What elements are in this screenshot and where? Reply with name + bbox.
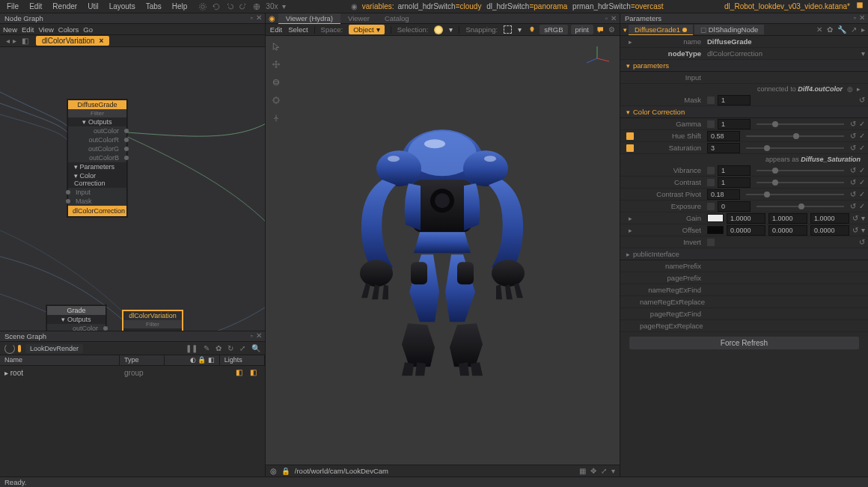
sg-location[interactable]: LookDevRender [25,344,83,353]
globe-icon[interactable] [252,2,261,11]
panel-undock-icon[interactable]: ▫ [250,13,252,22]
panel-close-icon[interactable]: ✕ [256,13,262,22]
input-gain-b[interactable] [810,213,849,224]
reset-icon[interactable]: ↺ [850,166,856,174]
slider-gamma[interactable] [757,123,844,125]
port-outcolorB[interactable]: outColorB [68,153,126,162]
tab-catalog[interactable]: Catalog [377,13,417,23]
mask-chip-icon[interactable] [707,97,715,104]
sg-col-type[interactable]: Type [120,355,165,365]
sg-lock-icon[interactable]: 🔒 [198,356,206,364]
menu-help[interactable]: Help [168,1,192,12]
viewer-grid-icon[interactable]: ▦ [579,467,586,475]
viewer-menu-select[interactable]: Select [288,25,308,34]
param-close-tab-icon[interactable]: ✕ [816,25,822,34]
viewer-selection-dd[interactable]: ▾ [449,25,453,34]
connection-dot-icon[interactable]: ◎ [847,85,853,93]
ng-menu-new[interactable]: New [3,25,17,34]
slider-contrast[interactable] [757,182,844,183]
viewer-snap-box-icon[interactable] [504,25,512,34]
ng-menu-view[interactable]: View [38,25,53,34]
key-chip-icon[interactable] [626,144,634,152]
gear-icon[interactable] [198,2,207,11]
panel-close-icon[interactable]: ✕ [611,14,617,22]
keyframe-icon[interactable]: ✓ [859,144,865,152]
input-hue[interactable] [707,131,740,141]
reset-icon[interactable]: ↺ [850,190,856,198]
reset-icon[interactable]: ↺ [852,226,858,234]
chip-icon[interactable] [707,167,715,174]
sg-gear-icon[interactable]: ✿ [216,344,221,352]
slider-saturation[interactable] [746,147,844,149]
input-saturation[interactable] [707,143,740,153]
input-gain-r[interactable] [727,213,765,224]
panel-undock-icon[interactable]: ▫ [854,13,856,22]
node-diffusegrade-header[interactable]: DiffuseGrade [68,100,126,109]
panel-undock-icon[interactable]: ▫ [250,331,252,340]
reset-icon[interactable]: ↺ [850,132,856,140]
node-grade-small-head[interactable]: Grade [47,306,106,315]
menu-layouts[interactable]: Layouts [106,1,139,12]
viewer-print-dd[interactable]: print [571,25,593,34]
node-dlcolorvariation-head[interactable]: dlColorVariation [123,311,182,320]
parameters-body[interactable]: ▸ name DiffuseGrade nodeType dlColorCorr… [620,36,868,477]
offset-swatch[interactable] [707,226,724,234]
group-public-interface[interactable]: ▸publicInterface [620,248,868,260]
chevron-down-icon[interactable]: ▾ [861,226,865,234]
reset-icon[interactable]: ↺ [850,202,856,210]
param-link-icon[interactable]: ↗ [851,25,857,34]
keyframe-icon[interactable]: ✓ [859,132,865,140]
sg-col-name[interactable]: Name [0,355,120,365]
slider-exposure[interactable] [757,206,844,207]
reset-icon[interactable]: ↺ [850,144,856,152]
port-input[interactable]: Input [68,188,126,197]
invert-checkbox[interactable] [707,239,715,246]
input-contrast[interactable] [718,177,751,188]
slider-contrast-pivot[interactable] [746,194,844,195]
sg-row-root[interactable]: ▸ root group ◧ ◧ [0,367,265,378]
reset-icon[interactable]: ↺ [850,120,856,128]
keyframe-icon[interactable]: ✓ [859,178,865,186]
group-parameters[interactable]: ▾parameters [620,60,868,72]
sg-refresh-icon[interactable]: ↻ [227,344,233,352]
ng-menu-go[interactable]: Go [83,25,93,34]
port-outcolorG[interactable]: outColorG [68,144,126,153]
keyframe-icon[interactable]: ✓ [859,120,865,128]
menu-util[interactable]: Util [84,1,102,12]
viewer-snap-icon[interactable]: ✥ [590,467,596,475]
menu-file[interactable]: File [3,1,22,12]
input-offset-b[interactable] [810,225,849,236]
viewer-settings-icon[interactable]: ▾ [611,467,615,475]
redo-icon[interactable] [239,2,248,11]
viewer-light-icon[interactable] [528,25,537,34]
sg-frame-icon[interactable]: ⤢ [239,344,245,352]
select-tool-icon[interactable] [270,40,282,52]
reset-icon[interactable]: ↺ [852,214,858,222]
viewer-camera-path[interactable]: /root/world/cam/LookDevCam [295,467,388,475]
viewer-menu-edit[interactable]: Edit [270,25,282,34]
param-tab-active[interactable]: DiffuseGrade1 [629,25,693,35]
port-outcolor[interactable]: outColor [68,126,126,135]
undo-icon[interactable] [225,2,234,11]
param-tab-inactive[interactable]: ◻ DlShadingNode [694,25,764,34]
reset-icon[interactable]: ↺ [850,178,856,186]
slider-vibrance[interactable] [757,170,844,171]
node-grade-small[interactable]: Grade ▾ Outputs outColor outColorR [46,305,106,331]
viewer-snap-dd[interactable]: ▾ [518,25,522,34]
expand-icon[interactable]: ▸ [629,227,632,234]
keyframe-icon[interactable]: ✓ [859,166,865,174]
transform-tool-icon[interactable] [270,112,282,124]
tab-viewer-hydra[interactable]: Viewer (Hydra) [278,13,340,24]
variables-display[interactable]: ◉ variables: arnold_hdrSwitch=cloudy dl_… [351,2,665,11]
panel-close-icon[interactable]: ✕ [859,13,865,22]
input-offset-r[interactable] [727,225,765,236]
panel-undock-icon[interactable]: ▫ [605,14,608,22]
axis-widget[interactable] [582,43,612,66]
gain-swatch[interactable] [707,214,724,222]
param-more-icon[interactable]: ▸ [861,25,865,34]
viewer-expand-icon[interactable]: ⤢ [601,467,607,475]
reset-icon[interactable]: ↺ [859,96,865,104]
expand-icon[interactable]: ▸ [629,215,632,222]
rotate-tool-icon[interactable] [270,76,282,88]
scale-tool-icon[interactable] [270,94,282,106]
